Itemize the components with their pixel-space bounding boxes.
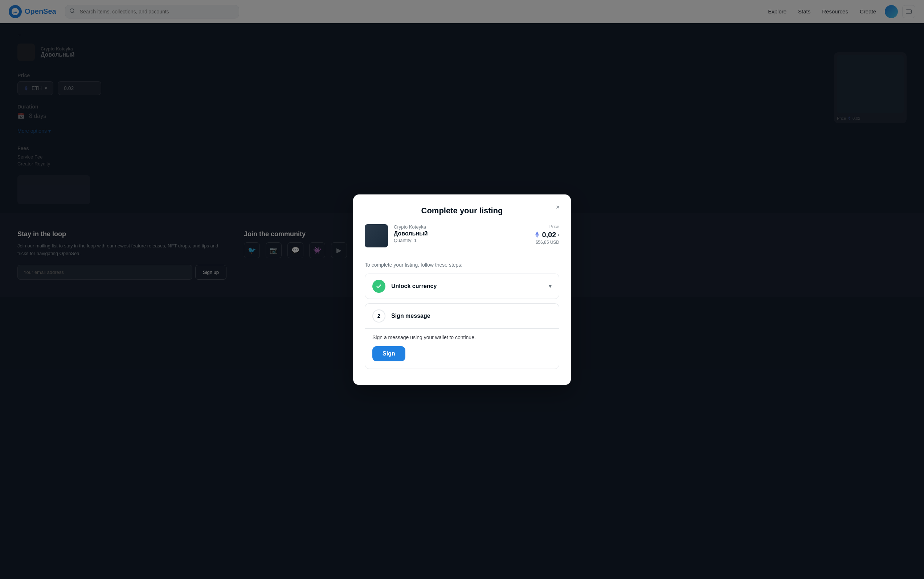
modal-price-section: Price 0,02 › $56,85 USD xyxy=(534,224,559,245)
price-chevron-icon: › xyxy=(557,232,559,238)
modal-nft-details: Crypto Koteyka Довольный Quantity: 1 xyxy=(394,224,528,243)
modal-price-usd: $56,85 USD xyxy=(534,240,559,245)
step-sign-message: 2 Sign message Sign a message using your… xyxy=(365,303,559,369)
steps-description: To complete your listing, follow these s… xyxy=(365,262,559,268)
modal-nft-name: Довольный xyxy=(394,231,528,237)
step1-header[interactable]: Unlock currency ▾ xyxy=(365,274,559,299)
step2-desc: Sign a message using your wallet to cont… xyxy=(372,334,552,340)
modal-nft-collection: Crypto Koteyka xyxy=(394,224,528,230)
step1-label: Unlock currency xyxy=(391,283,543,290)
svg-marker-13 xyxy=(535,231,537,234)
sign-button[interactable]: Sign xyxy=(372,346,405,361)
modal-price-label: Price xyxy=(534,224,559,229)
step2-header[interactable]: 2 Sign message xyxy=(365,304,559,328)
modal-price-eth: 0,02 › xyxy=(534,231,559,239)
modal-eth-amount: 0,02 xyxy=(542,231,556,239)
modal-overlay: × Complete your listing Crypto Koteyka Д… xyxy=(0,0,924,579)
step2-label: Sign message xyxy=(391,313,552,319)
step-unlock-currency: Unlock currency ▾ xyxy=(365,273,559,299)
modal-close-button[interactable]: × xyxy=(552,202,564,213)
modal-nft-image xyxy=(365,224,388,247)
svg-marker-12 xyxy=(537,231,539,234)
listing-info: Crypto Koteyka Довольный Quantity: 1 Pri… xyxy=(365,224,559,253)
step1-complete-icon xyxy=(372,280,385,293)
complete-listing-modal: × Complete your listing Crypto Koteyka Д… xyxy=(353,195,571,385)
modal-title: Complete your listing xyxy=(365,206,559,216)
step1-chevron-icon: ▾ xyxy=(549,283,552,290)
modal-nft-quantity: Quantity: 1 xyxy=(394,238,528,243)
step2-expanded: Sign a message using your wallet to cont… xyxy=(365,328,559,369)
close-icon: × xyxy=(556,203,560,211)
step2-number: 2 xyxy=(372,309,385,322)
